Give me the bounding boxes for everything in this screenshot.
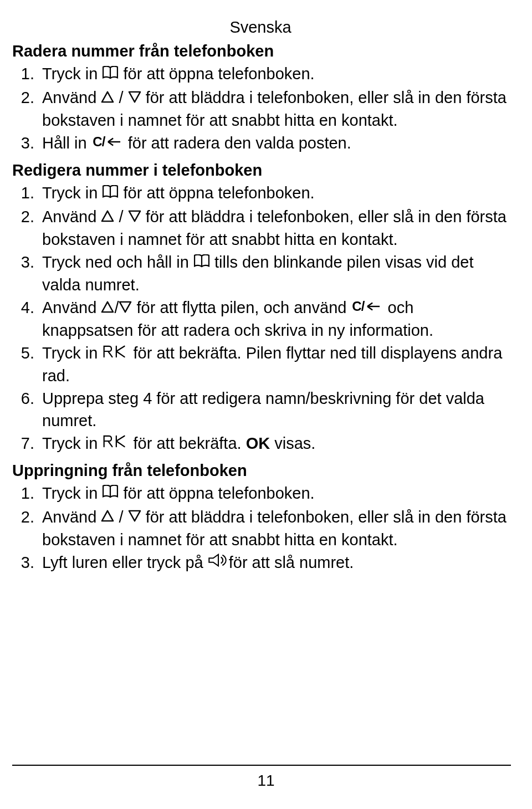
list-item: Tryck ned och håll in tills den blinkand… — [39, 252, 509, 296]
text: för att öppna telefonboken. — [119, 184, 314, 202]
up-icon — [101, 206, 114, 228]
text: för att öppna telefonboken. — [119, 65, 314, 83]
text: Håll in — [42, 134, 91, 152]
section-title-edit: Redigera nummer i telefonboken — [12, 160, 509, 181]
text: för att slå numret. — [229, 554, 354, 571]
text: Tryck in — [42, 65, 102, 83]
speaker-icon — [208, 551, 229, 573]
footer-rule — [12, 765, 511, 766]
down-icon — [128, 87, 141, 109]
text: för att radera den valda posten. — [124, 134, 351, 152]
c-delete-icon — [351, 297, 383, 319]
up-icon — [101, 87, 114, 109]
list-item: Tryck in för att öppna telefonboken. — [39, 182, 509, 205]
rk-icon — [102, 432, 129, 454]
list-item: Tryck in för att bekräfta. OK visas. — [39, 433, 509, 455]
ok-label: OK — [246, 434, 270, 452]
text: visas. — [270, 434, 315, 452]
text: för att bekräfta. — [129, 434, 245, 452]
list-dial: Tryck in för att öppna telefonboken. Anv… — [12, 483, 509, 575]
book-icon — [193, 252, 210, 273]
book-icon — [102, 482, 119, 504]
list-item: Tryck in för att öppna telefonboken. — [39, 63, 509, 86]
text: / — [114, 208, 127, 226]
list-item: Tryck in för att bekräfta. Pilen flyttar… — [39, 342, 509, 387]
list-item: Lyft luren eller tryck på för att slå nu… — [39, 552, 509, 575]
list-item: Använd / för att bläddra i telefonboken,… — [39, 506, 509, 551]
page-number: 11 — [0, 770, 532, 791]
rk-icon — [102, 342, 129, 364]
book-icon — [102, 182, 119, 204]
text: för att flytta pilen, och använd — [132, 299, 351, 316]
c-delete-icon — [91, 132, 124, 154]
section-title-dial: Uppringning från telefonboken — [12, 460, 509, 482]
list-item: Använd / för att bläddra i telefonboken,… — [39, 206, 509, 250]
list-item: Upprepa steg 4 för att redigera namn/bes… — [39, 388, 509, 431]
text: Använd — [42, 508, 101, 526]
section-title-delete: Radera nummer från telefonboken — [12, 40, 509, 62]
page-header: Svenska — [12, 17, 509, 38]
down-icon — [119, 297, 132, 319]
text: / — [114, 508, 127, 526]
text: Använd — [42, 299, 101, 316]
text: Lyft luren eller tryck på — [42, 554, 208, 571]
list-item: Använd / för att bläddra i telefonboken,… — [39, 87, 509, 131]
list-item: Tryck in för att öppna telefonboken. — [39, 483, 509, 505]
text: Använd — [42, 208, 101, 226]
text: / — [114, 89, 127, 106]
down-icon — [128, 506, 141, 528]
text: Tryck ned och håll in — [42, 253, 193, 271]
text: Använd — [42, 89, 101, 106]
text: Tryck in — [42, 484, 102, 502]
text: Tryck in — [42, 184, 102, 202]
up-icon — [101, 506, 114, 528]
up-icon — [101, 297, 114, 319]
text: Tryck in — [42, 344, 102, 362]
book-icon — [102, 63, 119, 85]
down-icon — [128, 206, 141, 228]
list-item: Håll in för att radera den valda posten. — [39, 132, 509, 155]
text: / — [114, 299, 119, 316]
list-edit: Tryck in för att öppna telefonboken. Anv… — [12, 182, 509, 455]
list-item: Använd / för att flytta pilen, och använ… — [39, 297, 509, 341]
text: Upprepa steg 4 för att redigera namn/bes… — [42, 390, 484, 429]
text: Tryck in — [42, 434, 102, 452]
list-delete: Tryck in för att öppna telefonboken. Anv… — [12, 63, 509, 155]
text: för att öppna telefonboken. — [119, 484, 314, 502]
